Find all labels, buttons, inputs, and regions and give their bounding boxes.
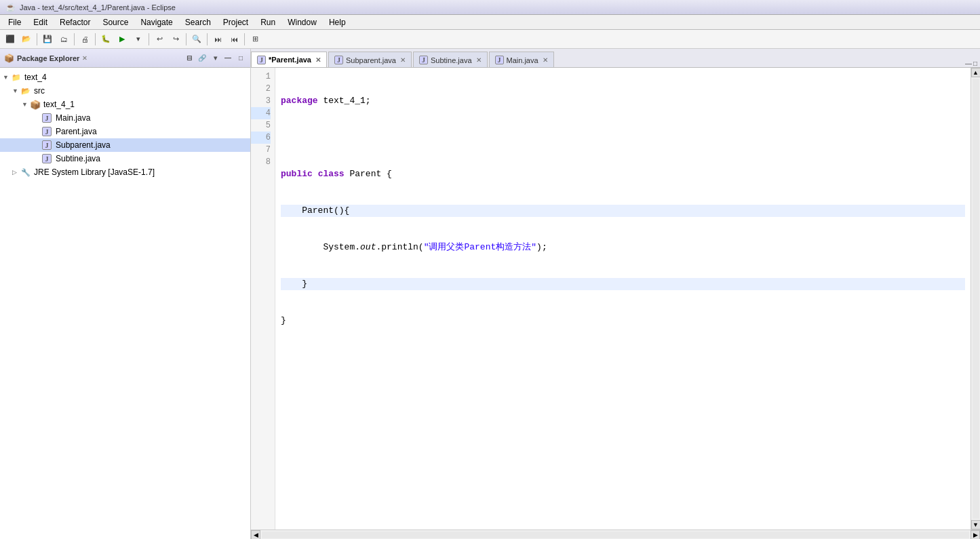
toolbar-sep-4 xyxy=(149,33,149,45)
code-editor[interactable]: package text_4_1; public class Parent { … xyxy=(275,68,971,530)
tree-item-text4[interactable]: ▼ 📁 text_4 xyxy=(0,71,250,84)
toolbar-perspective-btn[interactable]: ⊞ xyxy=(248,32,262,47)
toolbar-open-btn[interactable]: 📂 xyxy=(19,32,34,47)
toolbar-sep-7 xyxy=(244,33,245,45)
tab-icon-subtine: J xyxy=(419,56,428,64)
editor-header-controls: — □ xyxy=(962,60,980,67)
tab-close-parent[interactable]: ✕ xyxy=(315,56,321,64)
arrow-text4: ▼ xyxy=(3,74,11,81)
tree-item-jre[interactable]: ▷ 🔧 JRE System Library [JavaSE-1.7] xyxy=(0,165,250,179)
toolbar-search-btn[interactable]: 🔍 xyxy=(189,32,204,47)
toolbar-undo-btn[interactable]: ↩ xyxy=(152,32,167,47)
menu-refactor[interactable]: Refactor xyxy=(54,16,96,28)
label-text4: text_4 xyxy=(24,73,47,82)
code-line-3: public class Parent { xyxy=(281,168,965,180)
tab-close-subparent[interactable]: ✕ xyxy=(400,56,406,64)
tab-close-main[interactable]: ✕ xyxy=(543,56,548,64)
icon-subtine-java: J xyxy=(42,154,52,163)
code-line-7: } xyxy=(281,315,965,327)
tree-item-subtine-java[interactable]: ▷ J Subtine.java xyxy=(0,152,250,165)
scroll-down-btn[interactable]: ▼ xyxy=(971,520,981,530)
tab-subtine-java[interactable]: J Subtine.java ✕ xyxy=(413,52,488,68)
panel-title: Package Explorer xyxy=(17,54,79,62)
panel-close-icon[interactable]: ✕ xyxy=(82,55,87,62)
toolbar: ⬛ 📂 💾 🗂 🖨 🐛 ▶ ▾ ↩ ↪ 🔍 ⏭ ⏮ ⊞ xyxy=(0,30,980,49)
toolbar-new-btn[interactable]: ⬛ xyxy=(3,32,18,47)
menu-search[interactable]: Search xyxy=(180,16,216,28)
label-package: text_4_1 xyxy=(43,100,75,109)
scroll-track-h[interactable] xyxy=(262,532,969,538)
title-icon: ☕ xyxy=(5,3,16,12)
editor-body: 1 2 3 4 5 6 7 8 package text_4_1; public… xyxy=(251,68,980,539)
menu-file[interactable]: File xyxy=(3,16,26,28)
arrow-jre: ▷ xyxy=(12,169,20,176)
line-numbers: 1 2 3 4 5 6 7 8 xyxy=(251,68,275,530)
toolbar-sep-2 xyxy=(74,33,75,45)
toolbar-next-btn[interactable]: ⏭ xyxy=(210,32,225,47)
tree-item-package[interactable]: ▼ 📦 text_4_1 xyxy=(0,98,250,111)
code-line-6: } xyxy=(281,278,965,290)
collapse-all-btn[interactable]: ⊟ xyxy=(184,53,195,64)
toolbar-debug-btn[interactable]: 🐛 xyxy=(98,32,113,47)
package-explorer-panel: 📦 Package Explorer ✕ ⊟ 🔗 ▾ — □ ▼ 📁 text_… xyxy=(0,49,251,539)
tab-label-subparent: Subparent.java xyxy=(346,56,396,64)
menu-run[interactable]: Run xyxy=(255,16,281,28)
editor-vertical-scrollbar[interactable]: ▲ ▼ xyxy=(971,68,980,530)
menu-source[interactable]: Source xyxy=(97,16,134,28)
tree-item-src[interactable]: ▼ 📂 src xyxy=(0,84,250,98)
tab-close-subtine[interactable]: ✕ xyxy=(476,56,482,64)
scroll-right-btn[interactable]: ▶ xyxy=(971,530,980,540)
label-parent-java: Parent.java xyxy=(56,127,97,136)
arrow-subtine: ▷ xyxy=(34,155,42,162)
arrow-main: ▷ xyxy=(34,115,42,121)
scroll-track-v[interactable] xyxy=(973,79,979,519)
icon-package: 📦 xyxy=(30,99,41,110)
tab-label-subtine: Subtine.java xyxy=(431,56,472,64)
menu-edit[interactable]: Edit xyxy=(28,16,53,28)
menu-window[interactable]: Window xyxy=(282,16,322,28)
line-num-1: 1 xyxy=(251,71,271,83)
toolbar-save-all-btn[interactable]: 🗂 xyxy=(56,32,71,47)
menu-help[interactable]: Help xyxy=(324,16,351,28)
editor-minimize-btn[interactable]: — xyxy=(965,60,972,67)
tab-icon-subparent: J xyxy=(334,56,343,64)
tab-icon-main: J xyxy=(495,56,504,64)
scroll-up-btn[interactable]: ▲ xyxy=(971,68,981,77)
link-editor-btn[interactable]: 🔗 xyxy=(197,53,208,64)
tree-item-subparent-java[interactable]: ▷ J Subparent.java xyxy=(0,138,250,152)
toolbar-run-dropdown-btn[interactable]: ▾ xyxy=(131,32,146,47)
scroll-left-btn[interactable]: ◀ xyxy=(251,530,260,540)
code-line-4: Parent(){ xyxy=(281,205,965,217)
label-jre: JRE System Library [JavaSE-1.7] xyxy=(34,167,155,177)
menu-project[interactable]: Project xyxy=(218,16,254,28)
line-num-3: 3 xyxy=(251,95,271,107)
menu-navigate[interactable]: Navigate xyxy=(135,16,178,28)
editor-code-view: 1 2 3 4 5 6 7 8 package text_4_1; public… xyxy=(251,68,980,530)
line-num-7: 7 xyxy=(251,144,271,156)
tree-item-main-java[interactable]: ▷ J Main.java xyxy=(0,111,250,125)
panel-header-left: 📦 Package Explorer ✕ xyxy=(4,54,87,63)
toolbar-save-btn[interactable]: 💾 xyxy=(40,32,55,47)
menu-bar: File Edit Refactor Source Navigate Searc… xyxy=(0,15,980,30)
toolbar-print-btn[interactable]: 🖨 xyxy=(77,32,92,47)
panel-header: 📦 Package Explorer ✕ ⊟ 🔗 ▾ — □ xyxy=(0,49,250,68)
tree-item-parent-java[interactable]: ▷ J Parent.java xyxy=(0,125,250,138)
tab-parent-java[interactable]: J *Parent.java ✕ xyxy=(251,52,327,68)
label-src: src xyxy=(34,86,45,96)
line-num-5: 5 xyxy=(251,119,271,132)
panel-header-icons: ⊟ 🔗 ▾ — □ xyxy=(184,53,246,64)
maximize-panel-btn[interactable]: □ xyxy=(235,53,246,64)
toolbar-redo-btn[interactable]: ↪ xyxy=(168,32,183,47)
editor-tabs: J *Parent.java ✕ J Subparent.java ✕ J Su… xyxy=(251,49,980,68)
tab-subparent-java[interactable]: J Subparent.java ✕ xyxy=(328,52,412,68)
tab-main-java[interactable]: J Main.java ✕ xyxy=(489,52,554,68)
editor-horizontal-scrollbar[interactable]: ◀ ▶ xyxy=(251,530,980,539)
minimize-panel-btn[interactable]: — xyxy=(222,53,233,64)
toolbar-run-btn[interactable]: ▶ xyxy=(115,32,130,47)
code-line-1: package text_4_1; xyxy=(281,95,965,107)
panel-menu-btn[interactable]: ▾ xyxy=(210,53,220,64)
toolbar-prev-btn[interactable]: ⏮ xyxy=(227,32,241,47)
editor-maximize-btn[interactable]: □ xyxy=(973,60,977,67)
icon-parent-java: J xyxy=(42,127,52,136)
arrow-package: ▼ xyxy=(22,101,30,108)
